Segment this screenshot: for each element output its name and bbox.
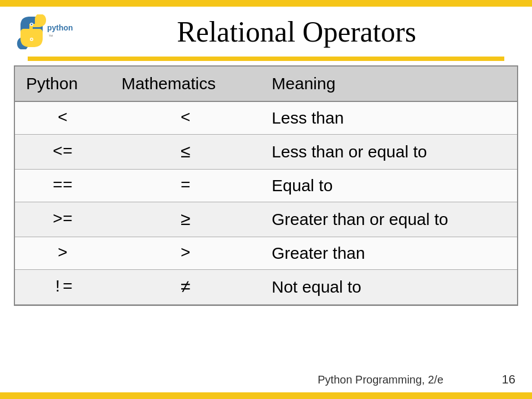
svg-text:™: ™ (48, 34, 53, 39)
meaning-less-than: Less than (260, 101, 517, 135)
table-row: > > Greater than (15, 237, 517, 270)
meaning-greater-than: Greater than (260, 237, 517, 270)
math-equal: = (110, 170, 260, 202)
python-lte: <= (15, 135, 110, 170)
svg-point-1 (31, 23, 33, 25)
table-container: Python Mathematics Meaning < < Less than… (14, 65, 518, 306)
python-greater-than: > (15, 237, 110, 270)
meaning-not-equal: Not equal to (260, 270, 517, 305)
python-not-equal: != (15, 270, 110, 305)
operators-table: Python Mathematics Meaning < < Less than… (15, 66, 517, 305)
accent-bar (28, 57, 504, 61)
logo-container: python ™ (11, 12, 78, 51)
content-area: Python Mathematics Meaning < < Less than… (0, 54, 532, 367)
bottom-bar (0, 392, 532, 399)
meaning-equal: Equal to (260, 170, 517, 202)
math-less-than: < (110, 101, 260, 135)
table-row: >= ≥ Greater than or equal to (15, 202, 517, 237)
header-meaning: Meaning (260, 66, 517, 101)
svg-point-3 (31, 38, 33, 40)
page-number: 16 (502, 372, 515, 387)
svg-text:python: python (47, 23, 73, 32)
meaning-gte: Greater than or equal to (260, 202, 517, 237)
page-container: python ™ Relational Operators Python Mat… (0, 0, 532, 399)
meaning-lte: Less than or equal to (260, 135, 517, 170)
math-not-equal: ≠ (110, 270, 260, 305)
table-row: < < Less than (15, 101, 517, 135)
math-gte: ≥ (110, 202, 260, 237)
table-row: == = Equal to (15, 170, 517, 202)
python-equal: == (15, 170, 110, 202)
python-gte: >= (15, 202, 110, 237)
header: python ™ Relational Operators (0, 7, 532, 54)
footer-text: Python Programming, 2/e (259, 374, 502, 386)
python-logo: python ™ (14, 14, 75, 50)
footer: Python Programming, 2/e 16 (0, 367, 532, 392)
header-mathematics: Mathematics (110, 66, 260, 101)
table-header-row: Python Mathematics Meaning (15, 66, 517, 101)
math-greater-than: > (110, 237, 260, 270)
title-container: Relational Operators (78, 16, 515, 48)
math-lte: ≤ (110, 135, 260, 170)
top-bar (0, 0, 532, 7)
header-python: Python (15, 66, 110, 101)
python-less-than: < (15, 101, 110, 135)
table-row: != ≠ Not equal to (15, 270, 517, 305)
page-title: Relational Operators (177, 16, 416, 48)
table-row: <= ≤ Less than or equal to (15, 135, 517, 170)
